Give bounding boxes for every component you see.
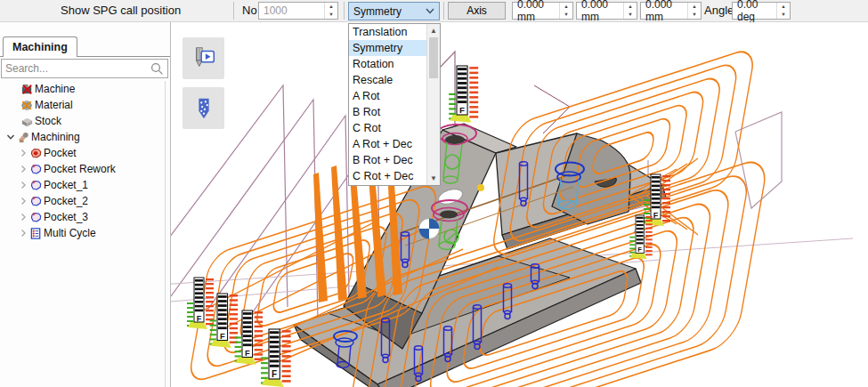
multi-cycle-icon	[28, 227, 44, 240]
machining-tree: Machine Material Stock Machining Pocket	[0, 81, 166, 387]
show-spg-call-position-label[interactable]: Show SPG call position	[61, 4, 181, 17]
toolbar-separator	[344, 2, 345, 20]
spg-number-spinner[interactable]: ▲▼	[324, 3, 337, 19]
dropdown-option-translation[interactable]: Translation	[349, 24, 426, 40]
tree-item-pocket[interactable]: Pocket	[0, 145, 165, 161]
tree-item-material[interactable]: Material	[0, 97, 165, 113]
offset-z-field[interactable]: 0.000 mm ▲▼	[640, 2, 702, 20]
dropdown-option-a-rot-dec[interactable]: A Rot + Dec	[349, 136, 426, 152]
chevron-expanded-icon[interactable]	[5, 133, 16, 141]
offset-z-spinner[interactable]: ▲▼	[687, 3, 701, 19]
dropdown-option-b-rot-dec[interactable]: B Rot + Dec	[349, 152, 426, 168]
transform-toolbar: Show SPG call position No 1000 ▲▼ Symmet…	[0, 0, 868, 22]
pocket-blue-icon	[28, 163, 44, 176]
tree-item-pocket-3[interactable]: Pocket_3	[0, 209, 165, 225]
machining-manager-panel: Machining Machine Material Stock	[0, 22, 171, 387]
angle-field[interactable]: 0.00 deg ▲▼	[732, 2, 791, 20]
tree-item-pocket-rework[interactable]: Pocket Rework	[0, 161, 165, 177]
pocket-blue-icon	[28, 211, 44, 224]
offset-x-spinner[interactable]: ▲▼	[559, 3, 572, 19]
spg-number-value: 1000	[259, 4, 324, 17]
cam-scene: F	[171, 22, 868, 387]
pocket-red-icon	[28, 147, 44, 160]
toolbar-separator	[443, 2, 444, 20]
chevron-down-icon	[426, 8, 434, 14]
offset-y-value: 0.000 mm	[577, 0, 623, 23]
tree-item-stock[interactable]: Stock	[0, 113, 165, 129]
tool-protection-button[interactable]	[183, 87, 224, 129]
dropdown-option-symmetry[interactable]: Symmetry	[349, 40, 426, 56]
tab-machining[interactable]: Machining	[3, 36, 77, 57]
dropdown-option-a-rot[interactable]: A Rot	[349, 88, 426, 104]
offset-x-value: 0.000 mm	[513, 0, 559, 23]
axis-button[interactable]: Axis	[448, 2, 506, 20]
transform-type-value: Symmetry	[349, 5, 426, 18]
dropdown-option-c-rot-dec[interactable]: C Rot + Dec	[349, 168, 426, 184]
dropdown-scrollbar[interactable]: ▲ ▼	[426, 24, 440, 185]
search-icon	[150, 62, 164, 76]
simulate-button[interactable]	[183, 37, 224, 79]
spg-number-field[interactable]: 1000 ▲▼	[258, 2, 338, 20]
dropdown-option-c-rot[interactable]: C Rot	[349, 120, 426, 136]
chevron-collapsed-icon[interactable]	[18, 149, 28, 157]
search-input[interactable]	[2, 62, 150, 75]
tree-item-machine[interactable]: Machine	[0, 81, 165, 97]
offset-z-value: 0.000 mm	[641, 0, 687, 23]
stock-icon	[20, 115, 35, 128]
offset-y-spinner[interactable]: ▲▼	[623, 3, 637, 19]
no-label: No	[242, 4, 257, 17]
scroll-thumb[interactable]	[429, 37, 438, 78]
shield-tool-icon	[190, 94, 218, 123]
angle-spinner[interactable]: ▲▼	[776, 3, 790, 19]
scroll-up-icon[interactable]: ▲	[427, 24, 440, 37]
3d-viewport[interactable]: F	[171, 22, 868, 387]
tree-search-box[interactable]	[1, 59, 168, 78]
chevron-collapsed-icon[interactable]	[18, 229, 28, 238]
dropdown-option-rescale[interactable]: Rescale	[349, 72, 426, 88]
dropdown-option-rotation[interactable]: Rotation	[349, 56, 426, 72]
tree-item-pocket-1[interactable]: Pocket_1	[0, 177, 165, 193]
tree-item-pocket-2[interactable]: Pocket_2	[0, 193, 165, 209]
chevron-collapsed-icon[interactable]	[18, 165, 28, 173]
tree-item-multi-cycle[interactable]: Multi Cycle	[0, 225, 165, 241]
toolbar-separator	[233, 2, 234, 20]
machining-icon	[16, 131, 31, 144]
pocket-blue-icon	[28, 179, 44, 192]
panel-tab-bar: Machining	[0, 36, 170, 57]
tool-play-icon	[190, 44, 218, 73]
transform-type-dropdown: Translation Symmetry Rotation Rescale A …	[348, 23, 441, 186]
chevron-collapsed-icon[interactable]	[18, 197, 28, 206]
offset-y-field[interactable]: 0.000 mm ▲▼	[576, 2, 637, 20]
chevron-collapsed-icon[interactable]	[18, 181, 28, 189]
machine-icon	[20, 83, 35, 96]
angle-label: Angle	[704, 4, 734, 17]
material-icon	[20, 99, 35, 112]
pocket-blue-icon	[28, 195, 44, 208]
scroll-down-icon[interactable]: ▼	[427, 172, 440, 185]
transform-type-select[interactable]: Symmetry	[348, 2, 440, 20]
angle-value: 0.00 deg	[733, 0, 776, 23]
offset-x-field[interactable]: 0.000 mm ▲▼	[512, 2, 573, 20]
origin-marker	[419, 219, 440, 239]
chevron-collapsed-icon[interactable]	[18, 213, 28, 222]
dropdown-option-b-rot[interactable]: B Rot	[349, 104, 426, 120]
tree-item-machining[interactable]: Machining	[0, 129, 165, 145]
